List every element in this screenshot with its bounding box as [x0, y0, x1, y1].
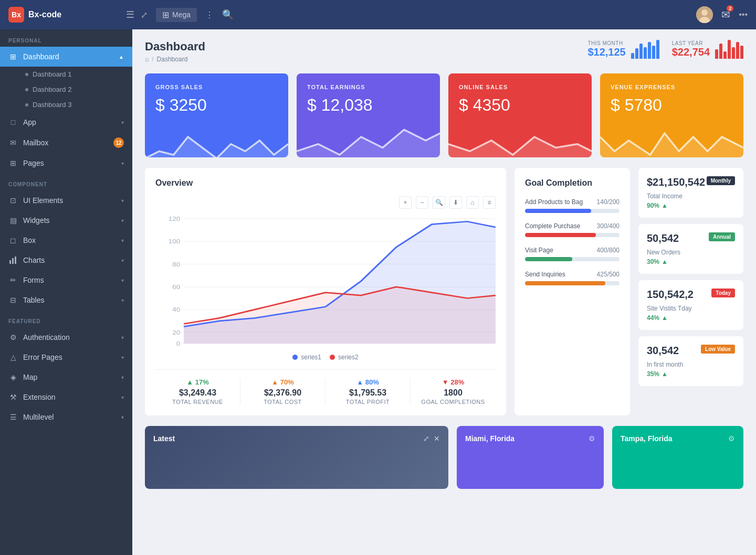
bottom-card-miami: Miami, Florida ⚙	[457, 426, 604, 489]
this-month-stat: THIS MONTH $12,125	[587, 40, 659, 59]
goal-bar-bg-3	[525, 281, 620, 285]
brand-initial: Bx	[12, 10, 21, 19]
right-stat-pct-0: 90%	[647, 202, 659, 209]
avatar[interactable]	[696, 6, 713, 23]
chart-zoom-in[interactable]: +	[399, 196, 412, 209]
legend-series2: series2	[330, 354, 359, 361]
pages-icon: ⊞	[8, 158, 18, 168]
chart-controls: + − 🔍 ⬇ ⌂ ≡	[155, 196, 496, 209]
stat-card-label: TOTAL EARNINGS	[307, 84, 429, 90]
mailbox-icon: ✉	[8, 138, 18, 147]
chart-download[interactable]: ⬇	[449, 196, 462, 209]
chart-menu[interactable]: ≡	[483, 196, 496, 209]
right-stat-card-3: 30,542 Low Value In first month 35% ▲	[638, 336, 743, 386]
sidebar-item-dashboard-1[interactable]: Dashboard 1	[8, 67, 132, 82]
sidebar-item-widgets[interactable]: ▤ Widgets ▾	[0, 210, 132, 230]
more-options-icon[interactable]: •••	[739, 10, 748, 19]
sidebar-item-label: Dashboard	[23, 52, 113, 61]
widgets-icon: ▤	[8, 216, 18, 225]
right-stats-panel: $21,150,542 Monthly Total Income 90% ▲ 5…	[638, 168, 743, 415]
multilevel-arrow: ▾	[121, 414, 124, 420]
bottom-card-latest: Latest ⤢ ✕	[145, 426, 448, 489]
goal-item-name-0: Add Products to Bag	[525, 198, 583, 206]
hamburger-button[interactable]: ☰	[126, 9, 134, 20]
chart-search[interactable]: 🔍	[433, 196, 445, 209]
svg-text:80: 80	[172, 261, 180, 268]
close-icon-latest[interactable]: ✕	[434, 434, 440, 443]
goal-bar-fill-0	[525, 209, 591, 213]
sub-dot	[25, 103, 28, 106]
sidebar-item-app[interactable]: □ App ▾	[0, 112, 132, 132]
gear-icon-tampa[interactable]: ⚙	[728, 434, 735, 443]
gear-icon-miami[interactable]: ⚙	[589, 434, 595, 443]
right-stat-val-0: $21,150,542	[647, 176, 705, 188]
sidebar-item-pages[interactable]: ⊞ Pages ▾	[0, 153, 132, 173]
chart-stat-profit: ▲ 80% $1,795.53 TOTAL PROFIT	[326, 378, 411, 405]
box-arrow: ▾	[121, 238, 124, 243]
sidebar-item-label: Charts	[23, 256, 116, 264]
mail-button[interactable]: ✉ 2	[721, 8, 730, 21]
breadcrumb-home-icon[interactable]: ⌂	[145, 56, 149, 63]
dots-menu[interactable]: ⋮	[205, 10, 214, 20]
right-stat-card-1: 50,542 Annual New Orders 30% ▲	[638, 224, 743, 274]
goal-bar-fill-3	[525, 281, 605, 285]
chart-stat-val-goal: 1800	[415, 388, 491, 398]
goal-bar-bg-1	[525, 233, 620, 237]
legend-dot-series2	[330, 355, 335, 360]
chart-legend: series1 series2	[155, 354, 496, 361]
sidebar-item-label: Multilevel	[23, 413, 116, 421]
search-icon[interactable]: 🔍	[222, 9, 234, 20]
sidebar-item-tables[interactable]: ⊟ Tables ▾	[0, 290, 132, 310]
charts-arrow: ▾	[121, 258, 124, 263]
sidebar-item-box[interactable]: ◻ Box ▾	[0, 230, 132, 250]
header-stats: THIS MONTH $12,125 LAST	[587, 40, 743, 59]
expand-icon[interactable]: ⤢	[141, 10, 148, 20]
map-icon: ◈	[8, 372, 18, 382]
right-stat-val-3: 30,542	[647, 345, 679, 357]
forms-arrow: ▾	[121, 278, 124, 283]
map-arrow: ▾	[121, 375, 124, 380]
sidebar-sub-label: Dashboard 3	[33, 101, 71, 109]
right-stat-badge-3: Low Value	[701, 345, 735, 354]
right-stat-badge-2: Today	[711, 289, 735, 297]
main-content: Dashboard ⌂ / Dashboard THIS MONTH $12,1…	[132, 29, 756, 555]
chart-zoom-out[interactable]: −	[416, 196, 428, 209]
sidebar-item-ui-elements[interactable]: ⊡ UI Elements ▾	[0, 190, 132, 210]
last-year-label: LAST YEAR	[672, 40, 710, 46]
sidebar-item-dashboard[interactable]: ⊞ Dashboard ▲	[0, 47, 132, 67]
sidebar-item-mailbox[interactable]: ✉ Mailbox 12	[0, 132, 132, 153]
sidebar-item-forms[interactable]: ✏ Forms ▾	[0, 270, 132, 290]
chart-home[interactable]: ⌂	[466, 196, 479, 209]
sidebar-item-map[interactable]: ◈ Map ▾	[0, 367, 132, 387]
sidebar-item-label: Authentication	[23, 333, 116, 341]
sidebar-item-dashboard-2[interactable]: Dashboard 2	[8, 82, 132, 97]
this-month-chart	[631, 40, 659, 59]
sidebar-sub-label: Dashboard 1	[33, 70, 71, 78]
sidebar-item-authentication[interactable]: ⚙ Authentication ▾	[0, 327, 132, 347]
goal-item-name-2: Visit Page	[525, 247, 553, 254]
app-arrow: ▾	[121, 120, 124, 125]
stat-card-value: $ 12,038	[307, 95, 429, 115]
arrow-up-icon-1: ▲	[662, 258, 668, 265]
right-stat-pct-2: 44%	[647, 314, 659, 322]
sidebar-item-error-pages[interactable]: △ Error Pages ▾	[0, 347, 132, 367]
sidebar-item-charts[interactable]: Charts ▾	[0, 250, 132, 270]
chart-stat-pct-revenue: ▲ 17%	[160, 378, 236, 386]
goal-title: Goal Completion	[525, 178, 620, 188]
charts-icon	[8, 255, 18, 265]
sidebar-item-dashboard-3[interactable]: Dashboard 3	[8, 97, 132, 112]
expand-icon-latest[interactable]: ⤢	[423, 434, 429, 443]
last-year-chart	[715, 40, 743, 59]
sidebar-item-multilevel[interactable]: ☰ Multilevel ▾	[0, 407, 132, 427]
chart-stat-pct-goal: ▼ 28%	[415, 378, 491, 386]
authentication-icon: ⚙	[8, 333, 18, 342]
right-stat-val-2: 150,542,2	[647, 289, 694, 301]
sub-dot	[25, 88, 28, 91]
page-title-wrap: Dashboard ⌂ / Dashboard	[145, 40, 205, 63]
mega-menu-button[interactable]: ⊞ Mega	[156, 8, 197, 22]
bottom-card-tampa-title: Tampa, Florida	[621, 434, 673, 443]
svg-text:100: 100	[169, 239, 181, 245]
bottom-card-latest-title: Latest	[153, 434, 175, 443]
sidebar-item-extension[interactable]: ⚒ Extension ▾	[0, 387, 132, 407]
chart-stat-pct-cost: ▲ 70%	[245, 378, 321, 386]
